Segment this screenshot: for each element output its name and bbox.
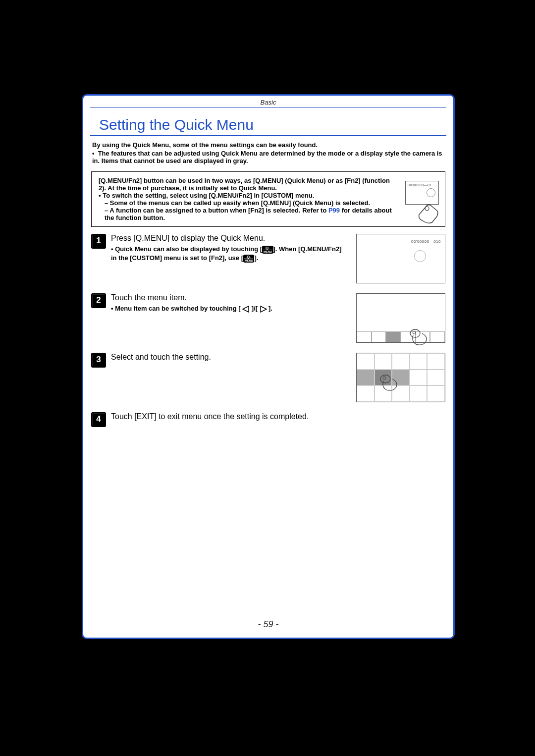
step-number-badge: 3 <box>91 353 106 368</box>
step-2-text: Touch the menu item. <box>111 293 187 302</box>
touch-hand-icon <box>376 372 398 394</box>
note-bullet-1: • To switch the setting, select using [Q… <box>99 192 398 199</box>
manual-page: Basic Setting the Quick Menu By using th… <box>82 94 455 639</box>
step-3: 3 Select and touch the setting. <box>91 353 445 402</box>
bullet-icon: • <box>92 150 96 157</box>
arrow-right-icon <box>259 306 268 313</box>
page-title: Setting the Quick Menu <box>90 116 446 136</box>
step-3-screen <box>356 353 445 402</box>
menu-strip <box>357 331 445 342</box>
page-number: - 59 - <box>83 619 453 630</box>
step-1: 1 Press [Q.MENU] to display the Quick Me… <box>91 234 445 283</box>
qmenu-chip-icon: Q.MENU <box>262 246 273 254</box>
camera-screen-icon: 00'00000—01 <box>405 181 439 205</box>
step-1-sub: • Quick Menu can also be displayed by to… <box>111 245 348 263</box>
settings-grid <box>357 353 445 402</box>
step-number-badge: 2 <box>91 293 106 308</box>
note-box: [Q.MENU/Fn2] button can be used in two w… <box>91 171 445 227</box>
hand-press-icon <box>417 203 441 224</box>
step-2-sub: • Menu item can be switched by touching … <box>111 304 348 313</box>
svg-point-4 <box>413 331 416 334</box>
note-bullet-2: – Some of the menus can be called up eas… <box>99 199 398 207</box>
section-header: Basic <box>83 96 453 107</box>
focus-circle-icon <box>427 188 435 197</box>
note-bullet-3: – A function can be assigned to a button… <box>99 207 398 221</box>
step-2-screen <box>356 293 445 343</box>
touch-hand-icon <box>406 326 428 348</box>
step-number-badge: 1 <box>91 234 106 249</box>
step-4-text: Touch [EXIT] to exit menu once the setti… <box>111 412 309 421</box>
qmenu-chip-icon: Q.MENU <box>243 255 254 263</box>
step-2: 2 Touch the menu item. • Menu item can b… <box>91 293 445 343</box>
note-main-text: [Q.MENU/Fn2] button can be used in two w… <box>99 177 438 192</box>
step-1-text: Press [Q.MENU] to display the Quick Menu… <box>111 234 265 242</box>
link-p99[interactable]: P99 <box>328 207 340 214</box>
screen-readout: 00'00000—010 <box>411 239 441 244</box>
screen-readout: 00'00000—01 <box>408 183 432 187</box>
focus-circle-icon <box>414 250 426 262</box>
arrow-left-icon <box>242 306 251 313</box>
svg-marker-1 <box>243 306 249 312</box>
step-1-screen: 00'00000—010 <box>356 234 445 283</box>
note-illustration: 00'00000—01 <box>405 181 441 225</box>
divider <box>90 107 446 108</box>
step-4: 4 Touch [EXIT] to exit menu once the set… <box>91 412 445 427</box>
note-line1: [Q.MENU/Fn2] button can be used in two w… <box>99 177 390 192</box>
step-number-badge: 4 <box>91 412 106 427</box>
content-area: [Q.MENU/Fn2] button can be used in two w… <box>83 171 453 427</box>
svg-marker-2 <box>261 306 267 312</box>
step-3-text: Select and touch the setting. <box>111 353 211 361</box>
intro-subtext-content: The features that can be adjusted using … <box>92 150 442 164</box>
intro-text: By using the Quick Menu, some of the men… <box>83 141 453 150</box>
svg-point-0 <box>425 207 429 211</box>
svg-point-6 <box>383 377 386 379</box>
intro-subtext: • The features that can be adjusted usin… <box>83 150 453 164</box>
